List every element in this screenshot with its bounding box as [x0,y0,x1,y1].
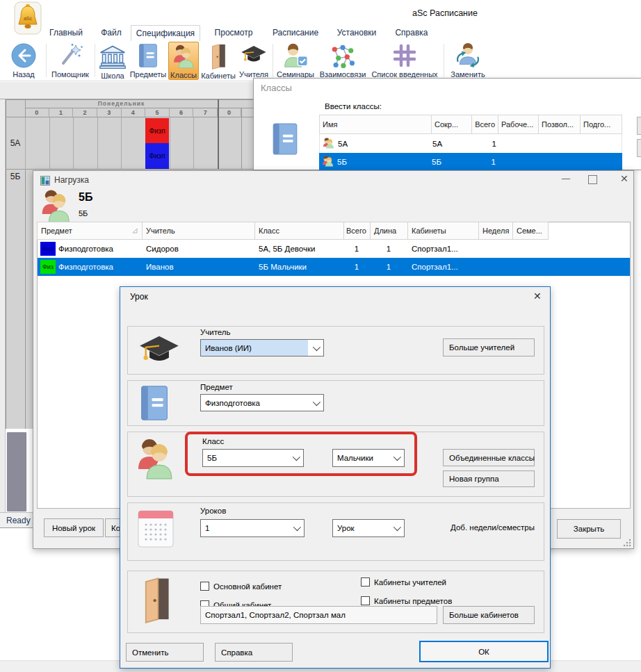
ok-button[interactable]: ОК [419,641,549,662]
toolbar-back-button[interactable]: Назад [6,42,42,80]
toolbar-entered-list-button[interactable]: Список введенных [370,42,439,80]
column-header[interactable]: Позвол... [539,115,581,134]
tab-timetable[interactable]: Расписание [266,25,325,41]
graduation-cap-icon [241,43,267,69]
tab-specification[interactable]: Спецификация [131,25,200,41]
toolbar-replace-button[interactable]: Заменить [446,42,489,80]
column-header[interactable]: Кабинеты [408,222,479,240]
subject-combobox[interactable]: Физподготовка [200,394,324,411]
classes-people-icon [133,437,177,482]
column-header[interactable]: Подго... [581,115,622,134]
clipped-button[interactable] [637,139,641,157]
load-row-ivanov-selected[interactable]: Физ Физподготовка Иванов 5Б Мальчики 1 1… [38,258,630,276]
toolbar-classes-button[interactable]: Классы [168,42,199,80]
day-divider [218,99,219,169]
load-table-header[interactable]: Предмет Учитель Класс Всего Длина Кабине… [37,222,549,240]
column-header[interactable]: Сокр... [432,115,472,134]
add-weeks-link[interactable]: Доб. недели/семестры [390,523,535,532]
column-header[interactable]: Учитель [143,222,255,240]
class-combobox[interactable]: 5Б [202,449,304,467]
more-rooms-button[interactable]: Больше кабинетов [443,606,535,624]
tab-view[interactable]: Просмотр [209,25,259,41]
column-header[interactable]: Имя [319,115,432,134]
maximize-button[interactable] [588,175,597,184]
book-icon [138,384,170,424]
network-graph-icon [328,43,357,70]
toolbar-seminars-button[interactable]: Семинары [275,42,316,80]
classes-dialog: Классы Ввести классы: Имя Сокр... Всего … [253,78,641,170]
class-row-5b-selected[interactable]: 5Б 5Б 1 [319,153,622,171]
tab-settings[interactable]: Установки [331,25,382,41]
checkbox-teacher-rooms[interactable]: Кабинеты учителей [361,577,446,587]
group-combobox[interactable]: Мальчики [332,449,405,467]
checkbox-subject-rooms[interactable]: Кабинеты предметов [361,596,452,605]
toolbar-rooms-button[interactable]: Кабинеты [200,42,236,80]
column-header[interactable]: Семе... [513,222,549,240]
column-header[interactable]: Рабоче... [498,115,539,134]
lesson-card-blue[interactable]: Физп [145,143,169,169]
lesson-card-red[interactable]: Физп [145,118,169,143]
class-count: 1 [473,140,496,148]
graduation-cap-icon [138,331,180,371]
checkbox-icon[interactable] [361,577,370,587]
checkbox-icon[interactable] [200,582,209,591]
joint-classes-button[interactable]: Объединенные классы [443,449,535,466]
class-row-5a[interactable]: 5А 5А 1 [319,134,622,153]
close-load-dialog-button[interactable]: Закрыть [557,519,621,539]
cell-rooms: Спортзал1... [407,263,478,271]
teacher-combobox[interactable]: Иванов (ИИ) [200,339,324,357]
load-class-title: 5Б [79,191,92,204]
class-name: 5А [338,140,432,148]
close-button[interactable]: ✕ [533,290,542,302]
tab-file[interactable]: Файл [96,25,127,41]
class-abbr: 5А [432,140,473,148]
toolbar-separator [46,44,47,77]
column-header[interactable]: Длина [371,222,408,240]
status-bar: Ready [0,512,33,528]
row-label-5b: 5Б [6,172,25,181]
grid-line [6,99,253,100]
cell-count: 1 [343,263,370,271]
cell-subject: Физподготовка [56,245,142,253]
column-header[interactable]: Класс [255,222,344,240]
status-text: Ready [6,516,31,525]
classes-people-icon [37,188,74,225]
lessons-count-combobox[interactable]: 1 [200,519,305,537]
toolbar-assistant-button[interactable]: Помощник [49,42,92,80]
new-lesson-button[interactable]: Новый урок [44,518,104,537]
help-button[interactable]: Справка [215,643,293,662]
classes-table-header[interactable]: Имя Сокр... Всего Рабоче... Позвол... По… [319,115,622,134]
checkbox-icon[interactable] [361,596,370,605]
column-header[interactable]: Всего [472,115,498,134]
toolbar-school-button[interactable]: Школа [97,42,128,80]
checkbox-main-room[interactable]: Основной кабинет [200,582,282,591]
magic-wand-icon [58,43,83,70]
close-button[interactable]: ✕ [620,173,628,184]
load-row-sidorov[interactable]: Физ Физподготовка Сидоров 5А, 5Б Девочки… [38,240,630,258]
column-header[interactable]: Всего [344,222,371,240]
toolbar-relationships-button[interactable]: Взаимосвязи [317,42,368,80]
window-bottom-edge [0,527,33,528]
window-title: aSc Расписание [389,8,501,18]
new-group-button[interactable]: Новая группа [443,470,535,487]
lessons-label: Уроков [200,507,226,515]
student-icon [322,156,333,168]
cell-teacher: Иванов [142,263,254,271]
load-dialog-icon [40,176,50,188]
tab-main[interactable]: Главный [44,25,88,41]
tab-help[interactable]: Справка [389,25,434,41]
minimize-button[interactable]: — [560,174,571,183]
clipped-button[interactable] [637,117,641,135]
back-icon [11,43,36,70]
chevron-down-icon [288,450,303,466]
more-teachers-button[interactable]: Больше учителей [443,338,535,357]
column-header[interactable]: Неделя [479,222,513,240]
rooms-input[interactable]: Спортзал1, Спортзал2, Спортзал мал [200,606,437,624]
door-icon [209,43,228,72]
toolbar-teachers-button[interactable]: Учителя [238,42,270,80]
column-header[interactable]: Предмет [37,222,143,240]
cancel-button[interactable]: Отменить [126,643,204,662]
resize-grip[interactable] [623,539,631,547]
school-building-icon [99,43,127,72]
toolbar-subjects-button[interactable]: Предметы [129,42,167,80]
